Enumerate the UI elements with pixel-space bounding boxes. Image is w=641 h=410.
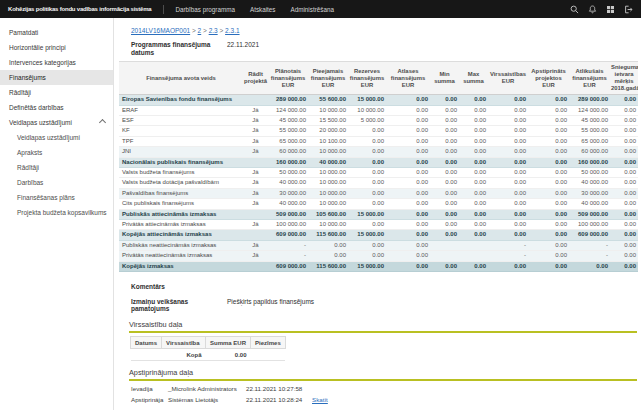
apps-icon[interactable] <box>606 5 615 14</box>
overcommitment-section-title: Virssaistību daļa <box>129 320 641 329</box>
cell-source-label: Publiskās attiecināmās izmaksas <box>119 209 243 219</box>
cell-amount: 0.00 <box>488 116 528 126</box>
cell-amount: 105 600.00 <box>308 209 348 219</box>
cell-show-in-project <box>243 230 268 240</box>
bell-icon[interactable] <box>588 5 597 14</box>
cell-amount: 0.00 <box>610 147 638 157</box>
sidebar-subitem-veidlapas-uzst-d-jumi[interactable]: Veidlapas uzstādījumi <box>0 130 113 145</box>
cell-amount: - <box>488 251 528 261</box>
cell-show-in-project <box>243 157 268 167</box>
sidebar-item-pamatdati[interactable]: Pamatdati <box>0 25 113 40</box>
cell-amount: 115 600.00 <box>308 230 348 240</box>
logout-icon[interactable] <box>624 5 633 14</box>
breadcrumb-separator: > <box>190 27 197 34</box>
cell-show-in-project: Jā <box>243 168 268 178</box>
section-divider <box>129 331 637 333</box>
sidebar-item-label: Finansējums <box>9 74 46 81</box>
sidebar-item-veidlapas-uzst-d-jumi[interactable]: Veidlapas uzstādījumi <box>0 115 113 130</box>
cell-source-label: Valsts budžeta dotācija pašvaldībām <box>119 178 243 188</box>
cell-amount: 15 000.00 <box>348 209 386 219</box>
cell-amount: 0.00 <box>610 126 638 136</box>
cell-amount: 0.00 <box>348 178 386 188</box>
cell-amount: 0.00 <box>430 168 459 178</box>
column-header: Apstiprināts projektos EUR <box>528 62 569 95</box>
cell-amount: 10 100.00 <box>308 136 348 146</box>
cell-show-in-project: Jā <box>243 251 268 261</box>
sidebar-item-intervences-kategorijas[interactable]: Intervences kategorijas <box>0 55 113 70</box>
cell-amount: 115 600.00 <box>308 261 348 271</box>
sidebar-item-label: Rādītāji <box>9 89 31 96</box>
breadcrumb-link[interactable]: 2014LV16MAOP001 <box>131 27 190 34</box>
topbar-icons <box>570 5 633 14</box>
program-date-value: 22.11.2021 <box>227 41 259 48</box>
cell-amount: 0.00 <box>459 105 488 115</box>
cell-amount: 0.00 <box>386 105 430 115</box>
column-header: Datums <box>131 337 162 349</box>
cell-amount: 0.00 <box>430 126 459 136</box>
cell-amount: 0.00 <box>430 230 459 240</box>
cell-amount <box>430 240 459 250</box>
topnav-item-atskaites[interactable]: Atskaites <box>250 6 276 13</box>
topbar-divider <box>163 5 164 14</box>
sidebar-item-finans-jums[interactable]: Finansējums <box>0 70 113 85</box>
search-icon[interactable] <box>570 5 579 14</box>
cell-amount <box>459 251 488 261</box>
app-title: Kohēzijas politikas fondu vadības inform… <box>8 6 151 12</box>
cell-amount: 0.00 <box>386 168 430 178</box>
cell-amount: 0.00 <box>386 157 430 167</box>
cell-amount: 0.00 <box>459 230 488 240</box>
cell-source-label: Privātās attiecināmās izmaksas <box>119 220 243 230</box>
approval-timestamp: 22.11.2021 10:28:24 <box>246 396 309 403</box>
topnav-item-darb-bas-programma[interactable]: Darbības programma <box>175 6 235 13</box>
cell-amount: 0.00 <box>610 136 638 146</box>
cell-source-label: Eiropas Savienības fondu finansējums <box>119 95 243 105</box>
cell-amount: 0.00 <box>308 251 348 261</box>
cell-amount: 0.00 <box>459 136 488 146</box>
sidebar-item-horizont-lie-principi[interactable]: Horizontālie principi <box>0 40 113 55</box>
cell-amount: 0.00 <box>528 188 569 198</box>
table-row: Nacionālais publiskais finansējums160 00… <box>119 157 638 167</box>
view-link[interactable]: Skatīt <box>312 396 328 403</box>
comment-label: Komentārs <box>131 283 227 291</box>
sidebar-subitem-apraksts[interactable]: Apraksts <box>0 145 113 160</box>
program-date-label: Programmas finansējuma datums <box>131 41 227 56</box>
approval-action-label: Ievadīja <box>131 385 168 392</box>
approval-row: Ievadīja_Microlink Administrators22.11.2… <box>131 385 641 392</box>
cell-amount: 0.00 <box>459 126 488 136</box>
cell-amount: 15 500.00 <box>308 116 348 126</box>
topnav-item-administr-ana[interactable]: Administrēšana <box>291 6 334 13</box>
cell-amount: 0.00 <box>528 240 569 250</box>
breadcrumb-link[interactable]: 2.3.1 <box>225 27 239 34</box>
cell-amount: 40 000.00 <box>308 157 348 167</box>
cell-amount: 0.00 <box>348 136 386 146</box>
sidebar-item-r-d-t-ji[interactable]: Rādītāji <box>0 85 113 100</box>
cell-amount: 0.00 <box>459 178 488 188</box>
column-header: Virssaistība <box>162 337 206 349</box>
sidebar-subitem-darb-bas[interactable]: Darbības <box>0 175 113 190</box>
main-content: 2014LV16MAOP001 > 2 > 2.3 > 2.3.1 Progra… <box>115 18 641 410</box>
table-row: Eiropas Savienības fondu finansējums289 … <box>119 95 638 105</box>
column-header: Rādīt projektā <box>243 62 268 95</box>
sidebar-subitem-finans-anas-pl-ns[interactable]: Finansēšanas plāns <box>0 190 113 205</box>
cell-amount: 509 000.00 <box>268 209 308 219</box>
sidebar-item-label: Pamatdati <box>9 29 38 36</box>
breadcrumb-separator: > <box>218 27 225 34</box>
cell-amount: 15 000.00 <box>348 261 386 271</box>
cell-show-in-project <box>243 209 268 219</box>
change-reason-value: Piešķirts papildus finansējums <box>227 298 314 305</box>
cell-amount: 45 000.00 <box>569 116 610 126</box>
cell-amount: 0.00 <box>610 95 638 105</box>
cell-amount: 124 000.00 <box>268 105 308 115</box>
table-row: Valsts budžeta dotācija pašvaldībāmJā40 … <box>119 178 638 188</box>
cell-amount: 0.00 <box>528 251 569 261</box>
sidebar-subitem-r-d-t-ji[interactable]: Rādītāji <box>0 160 113 175</box>
breadcrumb-link[interactable]: 2.3 <box>209 27 218 34</box>
cell-amount: 0.00 <box>528 220 569 230</box>
cell-source-label: Valsts budžeta finansējums <box>119 168 243 178</box>
cell-amount: 15 000.00 <box>348 230 386 240</box>
cell-amount: 0.00 <box>348 157 386 167</box>
sidebar-subitem-projekta-bud-eta-kopsavilkums[interactable]: Projekta budžeta kopsavilkums <box>0 205 113 220</box>
table-row: Kopējās izmaksas609 000.00115 600.0015 0… <box>119 261 638 271</box>
sidebar-item-defin-t-s-darb-bas[interactable]: Definētās darbības <box>0 100 113 115</box>
cell-source-label: Nacionālais publiskais finansējums <box>119 157 243 167</box>
